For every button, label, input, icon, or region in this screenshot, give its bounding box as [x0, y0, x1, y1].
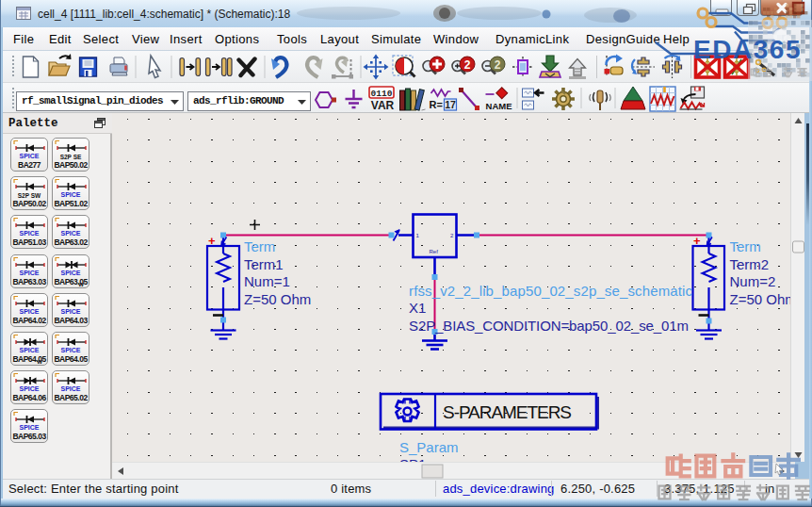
svg-text:R=: R= — [430, 99, 443, 110]
svg-text:S_Param: S_Param — [399, 439, 459, 455]
svg-text:Term: Term — [244, 238, 275, 254]
svg-text:Term2: Term2 — [730, 256, 770, 272]
svg-text:0110: 0110 — [371, 89, 393, 99]
svg-text:Num=1: Num=1 — [244, 273, 290, 289]
svg-text:17: 17 — [445, 99, 456, 110]
svg-text:2: 2 — [450, 233, 454, 238]
svg-text:Term1: Term1 — [244, 256, 284, 272]
svg-text:+: + — [208, 234, 216, 248]
svg-text:VAR: VAR — [371, 99, 395, 112]
svg-text:Z=50 Ohm: Z=50 Ohm — [244, 291, 311, 307]
svg-text:2: 2 — [495, 58, 501, 72]
svg-text:S2P_BIAS_CONDITION=bap50_02_se: S2P_BIAS_CONDITION=bap50_02_se_01m — [409, 318, 689, 334]
svg-text:1: 1 — [416, 233, 420, 238]
svg-text:Z=50 Ohm: Z=50 Ohm — [730, 291, 791, 307]
svg-text:Ref: Ref — [430, 249, 439, 254]
svg-text:rfss_v2_2_lib_bap50_02_s2p_se_: rfss_v2_2_lib_bap50_02_s2p_se_schematic — [409, 283, 693, 299]
svg-text:Num=2: Num=2 — [730, 273, 776, 289]
svg-text:2: 2 — [464, 58, 471, 72]
svg-text:X1: X1 — [409, 300, 426, 316]
svg-text:S-PARAMETERS: S-PARAMETERS — [443, 402, 572, 422]
svg-text:+: + — [693, 234, 701, 248]
svg-text:Term: Term — [730, 238, 761, 254]
svg-text:NAME: NAME — [486, 101, 512, 111]
